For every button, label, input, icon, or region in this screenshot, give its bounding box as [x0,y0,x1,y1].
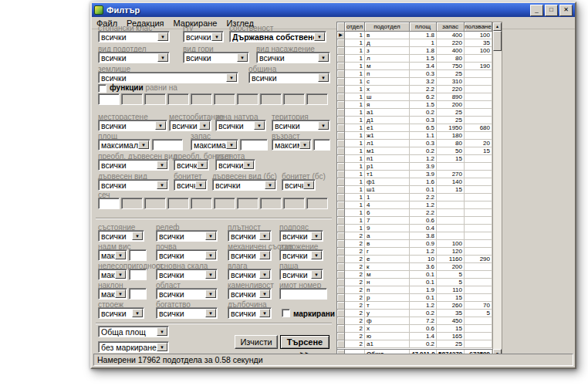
table-row[interactable]: 1л1.580 [337,55,492,63]
dropdown-arrow-icon[interactable]: ▼ [157,53,168,62]
row-header[interactable] [337,194,345,201]
dropdown-arrow-icon[interactable]: ▼ [259,270,270,279]
table-row[interactable]: 2м0.15 [337,271,492,279]
dropdown-arrow-icon[interactable]: ▼ [197,161,208,169]
table-row[interactable]: 2х0.615 [337,325,492,333]
slope-limit-combo[interactable]: макс.▼ [98,288,127,300]
habitat-combo[interactable]: всички▼ [169,120,211,131]
table-row[interactable]: 2ю1.4165 [337,333,492,340]
table-row[interactable]: 2г1.2120 [337,248,492,256]
dropdown-arrow-icon[interactable]: ▼ [205,290,216,298]
dropdown-arrow-icon[interactable]: ▼ [299,141,310,149]
row-header[interactable] [337,86,345,93]
menu-mark[interactable]: Маркиране [169,18,222,29]
dropdown-arrow-icon[interactable]: ▼ [138,141,149,149]
site-combo[interactable]: всички▼ [98,120,167,131]
table-row[interactable]: 190.4 [337,225,492,232]
age-limit-input[interactable] [313,139,330,151]
row-header[interactable] [337,317,345,325]
scroll-up-icon[interactable]: ▲ [493,22,502,31]
dropdown-arrow-icon[interactable]: ▼ [211,32,222,41]
table-row[interactable]: 170.6 [337,217,492,225]
table-row[interactable]: 1е16.51950680 [337,124,492,132]
land-combo[interactable]: всички▼ [98,72,238,83]
row-header[interactable] [337,310,345,317]
area-limit-input[interactable] [152,139,183,151]
bonitet-bs-combo[interactable]: всички▼ [282,179,316,191]
row-header[interactable] [337,47,345,55]
dropdown-arrow-icon[interactable]: ▼ [132,232,143,240]
base-rock-combo[interactable]: всички▼ [156,269,218,280]
region-combo[interactable]: всички▼ [156,288,218,300]
dropdown-arrow-icon[interactable]: ▼ [205,309,216,317]
row-header[interactable] [337,171,345,178]
row-header[interactable] [337,209,345,217]
dropdown-arrow-icon[interactable]: ▼ [243,161,254,169]
table-row[interactable]: 2т1.226070 [337,302,492,310]
table-row[interactable]: 2п1.9110 [337,286,492,294]
depth-combo[interactable]: всички▼ [228,307,272,319]
close-button[interactable]: ✕ [559,5,573,16]
row-header[interactable] [337,225,345,232]
grid-corner-header[interactable] [337,22,345,32]
grid-scrollbar[interactable]: ▲ ▼ [492,22,502,359]
row-header[interactable] [337,271,345,279]
dropdown-arrow-icon[interactable]: ▼ [205,251,216,259]
row-header[interactable] [337,101,345,109]
dropdown-arrow-icon[interactable]: ▼ [157,343,167,351]
table-row[interactable]: 1л10.38020 [337,140,492,147]
row-header[interactable] [337,286,345,294]
dropdown-arrow-icon[interactable]: ▼ [259,251,270,259]
row-header[interactable] [337,155,345,163]
forest-type-combo[interactable]: всички▼ [183,52,249,63]
dropdown-arrow-icon[interactable]: ▼ [195,181,206,189]
row-header[interactable] [337,240,345,248]
row-header[interactable] [337,217,345,225]
stock-limit-combo[interactable]: максимален▼ [191,139,238,151]
row-header[interactable] [337,140,345,147]
soil-combo[interactable]: всички▼ [156,249,218,261]
row-header[interactable] [337,248,345,256]
table-row[interactable]: 1р13.9 [337,163,492,171]
density-combo[interactable]: всички▼ [228,230,272,242]
scrollbar-track[interactable] [493,31,502,349]
table-row[interactable]: 1а10.225 [337,109,492,117]
dropdown-arrow-icon[interactable]: ▼ [115,270,126,279]
table-row[interactable]: 1ш6.2890 [337,93,492,101]
row-header[interactable] [337,302,345,310]
row-header[interactable] [337,93,345,101]
column-header[interactable]: подотдел [365,22,410,32]
table-row[interactable]: 1д122035 [337,39,492,47]
dropdown-arrow-icon[interactable]: ▼ [226,141,237,149]
ownership-combo[interactable]: Държавна собственост▼ [229,31,326,42]
dropdown-arrow-icon[interactable]: ▼ [155,121,166,130]
dropdown-arrow-icon[interactable]: ▼ [318,53,329,62]
table-row[interactable]: 1з1.8400100 [337,47,492,55]
row-header[interactable]: ▶ [337,32,345,39]
scrollbar-thumb[interactable] [493,31,502,51]
table-row[interactable]: 112.2 [337,194,492,201]
row-header[interactable] [337,256,345,263]
row-header[interactable] [337,201,345,209]
dropdown-arrow-icon[interactable]: ▼ [318,121,329,130]
row-header[interactable] [337,63,345,70]
table-row[interactable]: 1я1.5200 [337,101,492,109]
dropdown-arrow-icon[interactable]: ▼ [132,309,143,317]
municipality-combo[interactable]: всички▼ [248,72,330,83]
row-header[interactable] [337,78,345,86]
table-row[interactable]: 1т13.9270 [337,171,492,178]
dropdown-arrow-icon[interactable]: ▼ [254,121,265,130]
dropdown-arrow-icon[interactable]: ▼ [303,181,314,189]
table-row[interactable]: 1х2.2220 [337,86,492,93]
table-row[interactable]: 2а3.8 [337,232,492,240]
column-header[interactable]: запас [437,22,465,32]
richness-combo[interactable]: всички▼ [156,307,218,319]
row-header[interactable] [337,263,345,271]
economic-class-combo[interactable]: всички▼ [98,31,170,42]
total-area-combo[interactable]: Обща площ ▼ [98,326,169,337]
relief-combo[interactable]: всички▼ [156,230,218,242]
table-row[interactable]: 162.2 [337,209,492,217]
row-header[interactable] [337,117,345,124]
altitude-limit-input[interactable] [129,249,147,261]
table-row[interactable]: 1с3.2310 [337,78,492,86]
